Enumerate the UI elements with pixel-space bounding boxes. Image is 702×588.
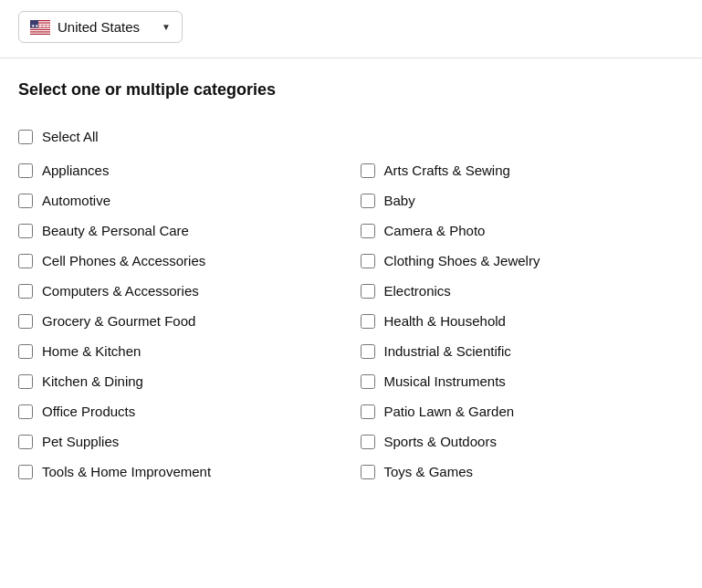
left-category-label: Home & Kitchen — [42, 343, 141, 359]
right-category-checkbox[interactable] — [361, 344, 375, 359]
right-category-label: Sports & Outdoors — [384, 434, 497, 449]
right-category-item[interactable]: Health & Household — [361, 306, 685, 336]
section-title: Select one or multiple categories — [18, 80, 684, 100]
right-category-checkbox[interactable] — [361, 314, 375, 329]
right-category-item[interactable]: Clothing Shoes & Jewelry — [361, 246, 685, 276]
right-category-label: Toys & Games — [384, 464, 474, 479]
right-category-item[interactable]: Patio Lawn & Garden — [361, 396, 685, 426]
right-category-item[interactable]: Sports & Outdoors — [361, 426, 685, 457]
select-all-row: Select All — [18, 121, 684, 152]
left-category-label: Pet Supplies — [42, 434, 119, 449]
right-category-label: Musical Instruments — [384, 373, 506, 389]
left-category-item[interactable]: Office Products — [18, 396, 342, 426]
categories-grid: AppliancesAutomotiveBeauty & Personal Ca… — [18, 155, 684, 487]
left-category-checkbox[interactable] — [18, 284, 33, 299]
select-all-label: Select All — [42, 129, 99, 144]
right-category-item[interactable]: Electronics — [361, 276, 685, 306]
us-flag-icon: ★★★★★★ — [30, 20, 50, 35]
country-left: ★★★★★★ United States — [30, 19, 140, 35]
left-category-checkbox[interactable] — [18, 194, 33, 208]
left-category-checkbox[interactable] — [18, 344, 33, 359]
country-name: United States — [58, 19, 140, 35]
right-category-label: Patio Lawn & Garden — [384, 404, 515, 419]
left-category-item[interactable]: Appliances — [18, 155, 342, 185]
right-category-checkbox[interactable] — [361, 224, 375, 238]
left-category-label: Kitchen & Dining — [42, 373, 143, 389]
right-category-item[interactable]: Industrial & Scientific — [361, 336, 685, 366]
left-category-label: Appliances — [42, 163, 109, 178]
left-category-item[interactable]: Pet Supplies — [18, 426, 342, 457]
left-category-checkbox[interactable] — [18, 224, 33, 238]
left-category-item[interactable]: Kitchen & Dining — [18, 366, 342, 396]
right-category-label: Industrial & Scientific — [384, 343, 511, 359]
left-category-checkbox[interactable] — [18, 374, 33, 389]
svg-rect-4 — [30, 27, 50, 28]
left-category-item[interactable]: Computers & Accessories — [18, 276, 342, 306]
right-category-checkbox[interactable] — [361, 435, 375, 449]
right-category-item[interactable]: Arts Crafts & Sewing — [361, 155, 685, 185]
left-category-item[interactable]: Home & Kitchen — [18, 336, 342, 366]
left-category-checkbox[interactable] — [18, 404, 33, 419]
right-category-checkbox[interactable] — [361, 163, 375, 178]
main-content: Select one or multiple categories Select… — [0, 58, 702, 505]
right-category-label: Clothing Shoes & Jewelry — [384, 253, 540, 268]
left-category-label: Tools & Home Improvement — [42, 464, 211, 479]
left-category-checkbox[interactable] — [18, 314, 33, 329]
left-category-checkbox[interactable] — [18, 435, 33, 449]
select-all-checkbox[interactable] — [18, 130, 33, 144]
right-category-label: Arts Crafts & Sewing — [384, 163, 510, 178]
svg-rect-6 — [30, 32, 50, 33]
right-category-label: Baby — [384, 193, 415, 208]
left-category-label: Office Products — [42, 404, 135, 419]
left-category-checkbox[interactable] — [18, 465, 33, 479]
right-category-checkbox[interactable] — [361, 254, 375, 268]
country-selector[interactable]: ★★★★★★ United States ▼ — [18, 11, 183, 43]
right-category-item[interactable]: Camera & Photo — [361, 215, 685, 246]
right-category-label: Electronics — [384, 283, 451, 299]
svg-rect-5 — [30, 30, 50, 31]
top-bar: ★★★★★★ United States ▼ — [0, 0, 702, 58]
left-category-label: Automotive — [42, 193, 110, 208]
left-category-item[interactable]: Automotive — [18, 185, 342, 215]
left-category-label: Beauty & Personal Care — [42, 223, 189, 238]
left-category-item[interactable]: Grocery & Gourmet Food — [18, 306, 342, 336]
left-category-item[interactable]: Beauty & Personal Care — [18, 215, 342, 246]
right-category-label: Health & Household — [384, 313, 506, 329]
right-category-item[interactable]: Musical Instruments — [361, 366, 685, 396]
right-category-item[interactable]: Toys & Games — [361, 457, 685, 487]
chevron-down-icon: ▼ — [162, 22, 171, 32]
right-column: Arts Crafts & SewingBabyCamera & PhotoCl… — [351, 155, 685, 487]
left-category-checkbox[interactable] — [18, 163, 33, 178]
svg-text:★★★★★★: ★★★★★★ — [31, 22, 51, 27]
left-category-checkbox[interactable] — [18, 254, 33, 268]
left-column: AppliancesAutomotiveBeauty & Personal Ca… — [18, 155, 351, 487]
left-category-label: Computers & Accessories — [42, 283, 199, 299]
right-category-item[interactable]: Baby — [361, 185, 685, 215]
left-category-item[interactable]: Cell Phones & Accessories — [18, 246, 342, 276]
left-category-label: Grocery & Gourmet Food — [42, 313, 195, 329]
right-category-checkbox[interactable] — [361, 374, 375, 389]
right-category-checkbox[interactable] — [361, 465, 375, 479]
right-category-checkbox[interactable] — [361, 284, 375, 299]
right-category-label: Camera & Photo — [384, 223, 486, 238]
select-all-item[interactable]: Select All — [18, 121, 684, 152]
right-category-checkbox[interactable] — [361, 404, 375, 419]
right-category-checkbox[interactable] — [361, 194, 375, 208]
left-category-item[interactable]: Tools & Home Improvement — [18, 457, 342, 487]
left-category-label: Cell Phones & Accessories — [42, 253, 205, 268]
